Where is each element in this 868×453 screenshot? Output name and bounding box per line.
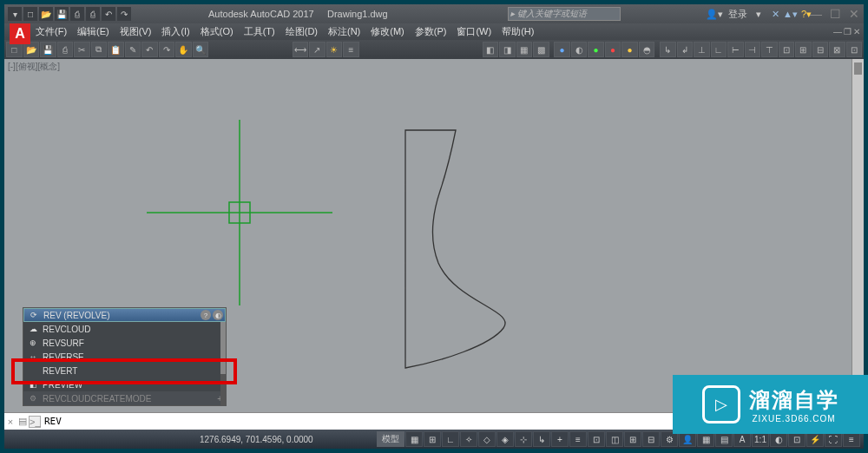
suggestion-revcloud[interactable]: ☁ REVCLOUD	[23, 322, 226, 336]
status-tpy-icon[interactable]: ⊡	[588, 431, 605, 447]
menu-modify[interactable]: 修改(M)	[365, 25, 410, 38]
cmd-close-icon[interactable]: ×	[4, 417, 16, 427]
tool-zoom-icon[interactable]: 🔍	[193, 42, 209, 57]
tool-layer-icon[interactable]: ≡	[343, 42, 359, 57]
a360-icon[interactable]: ▲▾	[783, 9, 798, 20]
tool-dim-icon[interactable]: ⟷	[293, 42, 309, 57]
tool-ucs3-icon[interactable]: ⊥	[694, 42, 710, 57]
doc-restore[interactable]: ❐	[844, 27, 852, 36]
menu-format[interactable]: 格式(O)	[195, 25, 239, 38]
help-globe-icon[interactable]: ◐	[213, 310, 223, 320]
maximize-button[interactable]: ☐	[825, 6, 845, 22]
qat-open-icon[interactable]: 📂	[39, 7, 53, 21]
tool-ucs12-icon[interactable]: ⊡	[846, 42, 863, 57]
status-polar-icon[interactable]: ✧	[460, 431, 477, 447]
status-grid-icon[interactable]: ▦	[405, 431, 423, 447]
tool-render6-icon[interactable]: ◓	[639, 42, 655, 57]
status-snap-icon[interactable]: ⊞	[424, 431, 441, 447]
suggestion-reverse[interactable]: ↔ REVERSE	[23, 350, 226, 364]
tool-ucs4-icon[interactable]: ∟	[711, 42, 727, 57]
menu-view[interactable]: 视图(V)	[115, 25, 157, 38]
menu-insert[interactable]: 插入(I)	[156, 25, 194, 38]
menu-tools[interactable]: 工具(T)	[239, 25, 280, 38]
drawing-viewport[interactable]: [-][俯视][概念] ⟳ REV (REVOLVE) ? ◐	[4, 59, 864, 412]
scroll-thumb[interactable]	[854, 62, 862, 75]
qat-undo-icon[interactable]: ↶	[102, 7, 115, 21]
viewport-label[interactable]: [-][俯视][概念]	[8, 61, 60, 73]
menu-edit[interactable]: 编辑(E)	[72, 25, 115, 38]
suggestion-revert[interactable]: REVERT	[23, 364, 226, 378]
status-3dosnap-icon[interactable]: ◈	[496, 431, 514, 447]
tool-render3-icon[interactable]: ●	[588, 42, 604, 57]
cmd-log-icon[interactable]: ▤	[16, 416, 29, 427]
tool-ucs10-icon[interactable]: ⊟	[812, 42, 829, 57]
suggestion-revsurf[interactable]: ⊕ REVSURF	[23, 336, 226, 350]
exchange-icon[interactable]: ✕	[772, 9, 779, 20]
tool-ucs8-icon[interactable]: ⊡	[779, 42, 795, 57]
close-button[interactable]: ✕	[845, 6, 864, 22]
suggestion-preview[interactable]: ◧ PREVIEW	[23, 378, 226, 391]
tool-ucs7-icon[interactable]: ⊤	[761, 42, 778, 57]
help-search-input[interactable]: ▸ 键入关键字或短语	[508, 7, 621, 21]
tool-undo-icon[interactable]: ↶	[141, 42, 158, 57]
tool-render5-icon[interactable]: ●	[621, 42, 638, 57]
qat-plot-icon[interactable]: ⎙	[86, 7, 100, 21]
tool-pan-icon[interactable]: ✋	[175, 42, 192, 57]
doc-minimize[interactable]: —	[833, 27, 842, 36]
menu-dim[interactable]: 标注(N)	[323, 25, 365, 38]
tool-render4-icon[interactable]: ●	[605, 42, 621, 57]
tool-render2-icon[interactable]: ◐	[571, 42, 588, 57]
suggestion-sysvar[interactable]: ⚙ REVCLOUDCREATEMODE +	[23, 391, 226, 405]
tool-sun-icon[interactable]: ☀	[326, 42, 343, 57]
viewport-scrollbar-v[interactable]	[852, 59, 864, 412]
status-ducs-icon[interactable]: ↳	[533, 431, 550, 447]
qat-menu-icon[interactable]: ▾	[8, 7, 22, 21]
tool-match-icon[interactable]: ✎	[125, 42, 141, 57]
menu-help[interactable]: 帮助(H)	[496, 25, 539, 38]
popup-scrollbar[interactable]	[220, 322, 226, 405]
status-ortho-icon[interactable]: ∟	[442, 431, 459, 447]
tool-3d2-icon[interactable]: ◨	[499, 42, 516, 57]
tool-cut-icon[interactable]: ✂	[74, 42, 90, 57]
qat-saveas-icon[interactable]: ⎙	[70, 7, 84, 21]
qat-save-icon[interactable]: 💾	[55, 7, 69, 21]
status-sc-icon[interactable]: ⊞	[624, 431, 641, 447]
model-tab[interactable]: 模型	[377, 431, 404, 447]
tool-ucs1-icon[interactable]: ↳	[660, 42, 676, 57]
tool-render1-icon[interactable]: ●	[554, 42, 570, 57]
app-logo[interactable]: A	[10, 23, 30, 44]
tool-ucs11-icon[interactable]: ⊠	[829, 42, 845, 57]
menu-window[interactable]: 窗口(W)	[451, 25, 496, 38]
tool-3d4-icon[interactable]: ▩	[533, 42, 549, 57]
tool-copy-icon[interactable]: ⧉	[91, 42, 108, 57]
menu-file[interactable]: 文件(F)	[30, 25, 72, 38]
status-otrack-icon[interactable]: ⊹	[515, 431, 532, 447]
menu-param[interactable]: 参数(P)	[410, 25, 452, 38]
tool-3d1-icon[interactable]: ◧	[483, 42, 499, 57]
status-osnap-icon[interactable]: ◇	[478, 431, 496, 447]
status-dyn-icon[interactable]: +	[551, 431, 569, 447]
login-area[interactable]: 👤▾ 登录 ▾	[706, 8, 761, 21]
qat-redo-icon[interactable]: ↷	[117, 7, 131, 21]
tool-leader-icon[interactable]: ↗	[309, 42, 326, 57]
login-dropdown-icon[interactable]: ▾	[756, 9, 761, 20]
watermark-main: 溜溜自学	[749, 386, 839, 414]
doc-close[interactable]: ✕	[853, 27, 860, 36]
tool-print-icon[interactable]: ⎙	[57, 42, 74, 57]
status-am-icon[interactable]: ⊟	[642, 431, 660, 447]
tool-ucs6-icon[interactable]: ⊣	[745, 42, 761, 57]
menu-draw[interactable]: 绘图(D)	[280, 25, 323, 38]
help-q-icon[interactable]: ?	[201, 310, 211, 320]
tool-paste-icon[interactable]: 📋	[108, 42, 124, 57]
tool-ucs2-icon[interactable]: ↲	[677, 42, 694, 57]
suggestion-rev[interactable]: ⟳ REV (REVOLVE) ? ◐	[23, 308, 226, 322]
tool-3d3-icon[interactable]: ▦	[516, 42, 533, 57]
minimize-button[interactable]: —	[806, 6, 825, 22]
tool-ucs9-icon[interactable]: ⊞	[795, 42, 812, 57]
tool-redo-icon[interactable]: ↷	[159, 42, 175, 57]
status-qp-icon[interactable]: ◫	[606, 431, 623, 447]
qat-new-icon[interactable]: □	[23, 7, 37, 21]
status-lwt-icon[interactable]: ≡	[569, 431, 587, 447]
tool-ucs5-icon[interactable]: ⊢	[727, 42, 744, 57]
tool-save-icon[interactable]: 💾	[40, 42, 56, 57]
